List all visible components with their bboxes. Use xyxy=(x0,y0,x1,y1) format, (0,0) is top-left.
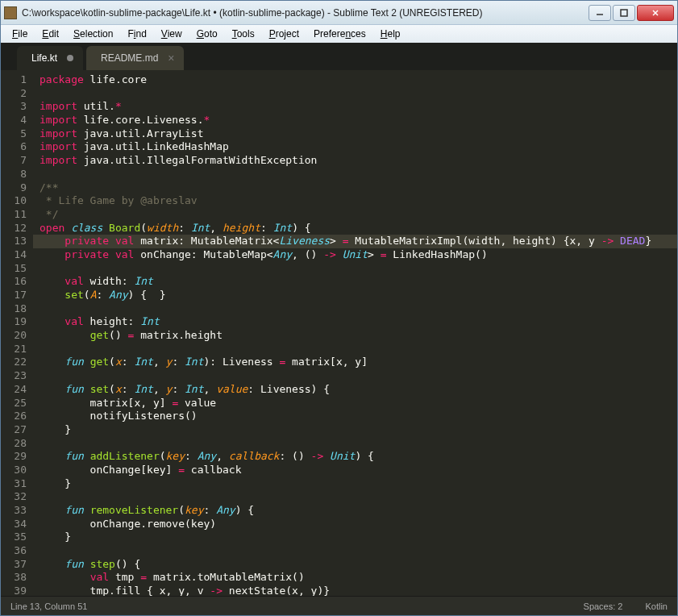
line-number[interactable]: 20 xyxy=(1,329,27,343)
line-number[interactable]: 5 xyxy=(1,127,27,141)
code-area[interactable]: 1234567891011121314151617181920212223242… xyxy=(1,70,677,596)
menu-tools[interactable]: Tools xyxy=(226,27,261,41)
line-number[interactable]: 10 xyxy=(1,194,27,208)
code-line[interactable]: } xyxy=(40,423,677,437)
code-line[interactable] xyxy=(40,544,677,558)
line-number[interactable]: 36 xyxy=(1,544,27,558)
code-line[interactable]: } xyxy=(40,531,677,544)
code-line[interactable]: val height: Int xyxy=(40,315,677,329)
titlebar[interactable]: C:\workspace\kotlin-sublime-package\Life… xyxy=(1,1,677,25)
line-number[interactable]: 30 xyxy=(1,464,27,477)
maximize-button[interactable] xyxy=(613,5,635,21)
menu-view[interactable]: View xyxy=(155,27,189,41)
line-number[interactable]: 16 xyxy=(1,275,27,289)
code-line[interactable]: import java.util.ArrayList xyxy=(40,127,677,141)
menu-edit[interactable]: Edit xyxy=(35,27,65,41)
code-line[interactable]: val width: Int xyxy=(40,275,677,289)
line-number[interactable]: 29 xyxy=(1,450,27,464)
status-syntax[interactable]: Kotlin xyxy=(645,601,668,611)
line-number[interactable]: 1 xyxy=(1,73,27,87)
line-number[interactable]: 4 xyxy=(1,114,27,127)
code-line[interactable]: package life.core xyxy=(40,73,677,87)
code-line[interactable]: notifyListeners() xyxy=(40,410,677,423)
code-line[interactable] xyxy=(40,168,677,181)
line-number[interactable]: 19 xyxy=(1,315,27,329)
line-number[interactable]: 3 xyxy=(1,100,27,114)
code-line[interactable]: import java.util.IllegalFormatWidthExcep… xyxy=(40,154,677,168)
code-line[interactable]: fun set(x: Int, y: Int, value: Liveness)… xyxy=(40,383,677,397)
code-content[interactable]: package life.core import util.*import li… xyxy=(33,70,677,596)
line-number[interactable]: 31 xyxy=(1,477,27,491)
line-number[interactable]: 27 xyxy=(1,423,27,437)
line-number[interactable]: 15 xyxy=(1,262,27,276)
menu-project[interactable]: Project xyxy=(263,27,306,41)
code-line[interactable]: private val onChange: MutableMap<Any, ()… xyxy=(40,248,677,262)
code-line[interactable]: import java.util.LinkedHashMap xyxy=(40,140,677,154)
code-line[interactable] xyxy=(40,369,677,383)
menu-file[interactable]: File xyxy=(6,27,34,41)
line-number[interactable]: 11 xyxy=(1,208,27,222)
code-line[interactable]: tmp.fill { x, y, v -> nextState(x, y)} xyxy=(40,585,677,596)
code-line[interactable]: } xyxy=(40,477,677,491)
line-number[interactable]: 28 xyxy=(1,437,27,451)
line-number[interactable]: 32 xyxy=(1,490,27,504)
line-number[interactable]: 37 xyxy=(1,558,27,572)
line-number[interactable]: 6 xyxy=(1,140,27,154)
line-number[interactable]: 33 xyxy=(1,504,27,518)
line-number[interactable]: 21 xyxy=(1,343,27,356)
code-line[interactable]: */ xyxy=(40,208,677,222)
menu-goto[interactable]: Goto xyxy=(190,27,224,41)
line-number[interactable]: 2 xyxy=(1,87,27,101)
code-line[interactable]: onChange[key] = callback xyxy=(40,464,677,477)
code-line[interactable] xyxy=(40,262,677,276)
line-number[interactable]: 22 xyxy=(1,356,27,369)
line-number[interactable]: 24 xyxy=(1,383,27,397)
code-line[interactable]: set(A: Any) { } xyxy=(40,289,677,302)
menu-selection[interactable]: Selection xyxy=(67,27,119,41)
line-number[interactable]: 26 xyxy=(1,410,27,423)
line-number[interactable]: 9 xyxy=(1,181,27,195)
code-line[interactable]: import life.core.Liveness.* xyxy=(40,114,677,127)
code-line[interactable]: get() = matrix.height xyxy=(40,329,677,343)
code-line[interactable]: import util.* xyxy=(40,100,677,114)
line-number[interactable]: 18 xyxy=(1,302,27,316)
minimize-button[interactable] xyxy=(589,5,611,21)
code-line[interactable]: matrix[x, y] = value xyxy=(40,397,677,410)
line-number[interactable]: 39 xyxy=(1,585,27,596)
menu-find[interactable]: Find xyxy=(121,27,152,41)
line-number[interactable]: 35 xyxy=(1,531,27,544)
line-number[interactable]: 38 xyxy=(1,571,27,585)
code-line[interactable]: val tmp = matrix.toMutableMatrix() xyxy=(40,571,677,585)
code-line[interactable]: onChange.remove(key) xyxy=(40,518,677,531)
code-line[interactable]: fun removeListener(key: Any) { xyxy=(40,504,677,518)
line-number[interactable]: 23 xyxy=(1,369,27,383)
line-number[interactable]: 14 xyxy=(1,248,27,262)
code-line[interactable]: fun step() { xyxy=(40,558,677,572)
menu-preferences[interactable]: Preferences xyxy=(307,27,372,41)
code-line[interactable]: fun addListener(key: Any, callback: () -… xyxy=(40,450,677,464)
close-icon[interactable]: × xyxy=(168,52,174,65)
menu-help[interactable]: Help xyxy=(374,27,407,41)
code-line[interactable]: /** xyxy=(40,181,677,195)
line-number[interactable]: 13 xyxy=(1,235,27,248)
code-line[interactable]: open class Board(width: Int, height: Int… xyxy=(40,222,677,235)
line-number[interactable]: 12 xyxy=(1,222,27,235)
line-number[interactable]: 34 xyxy=(1,518,27,531)
close-button[interactable] xyxy=(637,5,674,21)
line-number[interactable]: 25 xyxy=(1,397,27,410)
line-number[interactable]: 7 xyxy=(1,154,27,168)
code-line[interactable] xyxy=(40,343,677,356)
code-line[interactable]: private val matrix: MutableMatrix<Livene… xyxy=(40,235,677,248)
tab-life-kt[interactable]: Life.kt xyxy=(17,46,83,70)
code-line[interactable] xyxy=(40,302,677,316)
status-indent[interactable]: Spaces: 2 xyxy=(584,601,623,611)
line-number[interactable]: 17 xyxy=(1,289,27,302)
code-line[interactable] xyxy=(40,87,677,101)
status-cursor[interactable]: Line 13, Column 51 xyxy=(10,601,87,611)
code-line[interactable]: * Life Game by @abreslav xyxy=(40,194,677,208)
code-line[interactable] xyxy=(40,437,677,451)
code-line[interactable]: fun get(x: Int, y: Int): Liveness = matr… xyxy=(40,356,677,369)
code-line[interactable] xyxy=(40,490,677,504)
line-number[interactable]: 8 xyxy=(1,168,27,181)
tab-readme-md[interactable]: README.md× xyxy=(86,46,184,70)
